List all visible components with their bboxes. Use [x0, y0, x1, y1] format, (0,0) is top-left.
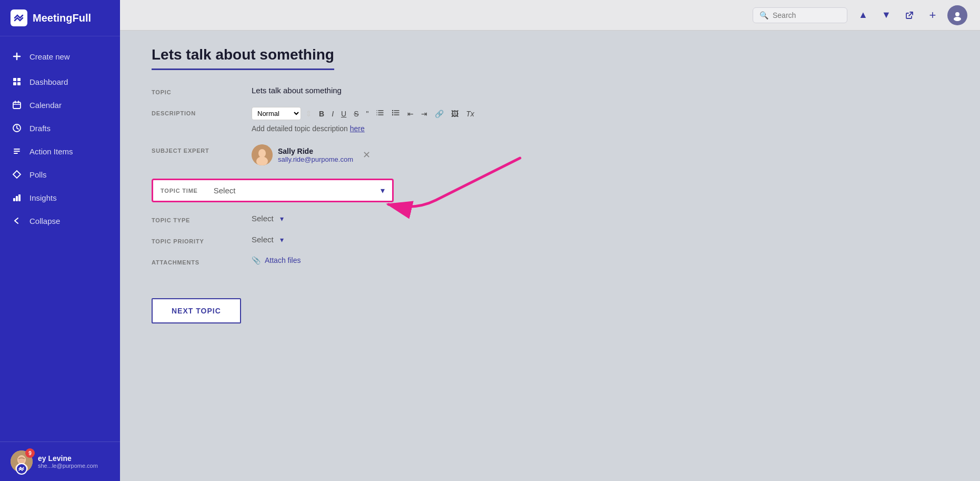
external-link-button[interactable] — [901, 7, 918, 24]
sidebar: MeetingFull Create new Dashboard — [0, 0, 120, 481]
list-icon — [12, 146, 22, 156]
sidebar-item-label: Insights — [29, 193, 57, 202]
topbar: 🔍 ▲ ▼ + — [120, 0, 980, 31]
svg-point-16 — [392, 112, 393, 113]
description-value: Normal Heading 1 Heading 2 ⇕ B I U S " — [252, 107, 948, 133]
font-style-select[interactable]: Normal Heading 1 Heading 2 — [252, 107, 301, 120]
clear-format-button[interactable]: Tx — [463, 108, 477, 120]
sidebar-item-insights[interactable]: Insights — [0, 186, 120, 209]
topbar-avatar[interactable] — [947, 5, 967, 25]
topic-time-row-outer: TOPIC TIME Select ▾ — [152, 179, 948, 202]
strikethrough-button[interactable]: S — [351, 108, 361, 120]
expert-info: Sally Ride sally.ride@purpome.com — [278, 147, 353, 163]
app-icon-badge — [16, 463, 27, 475]
attach-btn-label: Attach files — [265, 256, 301, 264]
topic-priority-value: Select ▾ — [252, 235, 948, 244]
svg-point-14 — [954, 17, 961, 21]
clock-icon — [12, 123, 22, 133]
sidebar-item-label: Polls — [29, 170, 47, 179]
sidebar-item-drafts[interactable]: Drafts — [0, 116, 120, 140]
italic-button[interactable]: I — [329, 108, 336, 120]
topic-value: Lets talk about something — [252, 86, 948, 95]
svg-rect-8 — [18, 194, 21, 201]
topic-time-highlighted-row: TOPIC TIME Select ▾ — [152, 179, 394, 202]
topic-type-label: TOPIC TYPE — [152, 214, 236, 223]
svg-rect-2 — [13, 82, 16, 85]
attach-files-button[interactable]: 📎 Attach files — [252, 256, 301, 264]
arrow-left-icon — [12, 215, 22, 226]
paperclip-icon: 📎 — [252, 256, 261, 264]
topic-priority-label: TOPIC PRIORITY — [152, 235, 236, 244]
remove-expert-button[interactable]: ✕ — [363, 149, 371, 161]
form-section: TOPIC Lets talk about something DESCRIPT… — [152, 86, 948, 266]
svg-point-19 — [258, 149, 266, 158]
topbar-actions: ▲ ▼ + — [855, 5, 967, 25]
next-topic-button[interactable]: NEXT TOPIC — [152, 298, 241, 323]
description-link[interactable]: here — [350, 124, 365, 133]
topic-type-value: Select ▾ — [252, 214, 948, 223]
indent-button[interactable]: ⇤ — [405, 108, 416, 120]
sidebar-item-calendar[interactable]: Calendar — [0, 93, 120, 116]
search-box[interactable]: 🔍 — [753, 7, 847, 23]
content-area: Lets talk about something TOPIC Lets tal… — [120, 31, 980, 481]
attachments-value: 📎 Attach files — [252, 256, 948, 264]
app-name: MeetingFull — [33, 12, 91, 24]
topic-priority-placeholder: Select — [252, 235, 274, 244]
sidebar-item-create-new[interactable]: Create new — [0, 43, 120, 70]
topic-priority-chevron: ▾ — [280, 235, 284, 244]
search-input[interactable] — [773, 11, 836, 19]
user-email: she...le@purpome.com — [38, 463, 98, 469]
user-name: ey Levine — [38, 454, 98, 463]
description-text: Add detailed topic description here — [252, 124, 948, 133]
svg-point-12 — [18, 456, 25, 464]
subject-expert-row: SUBJECT EXPERT Sally Ride sally. — [152, 144, 948, 167]
quote-button[interactable]: " — [363, 108, 371, 120]
svg-rect-3 — [17, 82, 21, 85]
sidebar-item-dashboard[interactable]: Dashboard — [0, 70, 120, 93]
topic-time-value: Select — [214, 186, 236, 195]
sidebar-item-collapse[interactable]: Collapse — [0, 209, 120, 232]
svg-point-15 — [392, 110, 393, 111]
bold-button[interactable]: B — [316, 108, 327, 120]
link-button[interactable]: 🔗 — [432, 108, 446, 120]
logo-icon — [11, 9, 27, 26]
topic-type-chevron: ▾ — [280, 214, 284, 223]
topic-priority-select[interactable]: Select ▾ — [252, 235, 346, 244]
topic-type-select[interactable]: Select ▾ — [252, 214, 346, 223]
topic-time-chevron: ▾ — [381, 185, 385, 195]
notification-badge: 9 — [25, 448, 35, 458]
expert-chip: Sally Ride sally.ride@purpome.com ✕ — [252, 144, 371, 165]
topic-time-select[interactable]: Select ▾ — [214, 185, 385, 195]
ordered-list-button[interactable] — [373, 107, 387, 120]
subject-expert-label: SUBJECT EXPERT — [152, 144, 236, 154]
tag-icon — [12, 169, 22, 180]
add-button[interactable]: + — [924, 7, 941, 24]
underline-button[interactable]: U — [338, 108, 349, 120]
editor-toolbar: Normal Heading 1 Heading 2 ⇕ B I U S " — [252, 107, 948, 120]
expert-name: Sally Ride — [278, 147, 353, 155]
image-button[interactable]: 🖼 — [448, 108, 461, 120]
svg-rect-6 — [13, 198, 15, 201]
sidebar-user[interactable]: 9 ey Levine she...le@purpome.com — [0, 441, 120, 481]
sidebar-item-polls[interactable]: Polls — [0, 163, 120, 186]
topic-label: TOPIC — [152, 86, 236, 95]
main-content: 🔍 ▲ ▼ + Lets talk about something — [120, 0, 980, 481]
sidebar-item-label: Drafts — [29, 124, 51, 133]
sidebar-item-label: Collapse — [29, 217, 60, 225]
description-placeholder: Add detailed topic description — [252, 124, 350, 133]
svg-rect-4 — [13, 102, 21, 109]
nav-up-button[interactable]: ▲ — [855, 7, 872, 24]
svg-rect-0 — [13, 78, 16, 81]
svg-rect-1 — [17, 78, 21, 81]
expert-avatar — [252, 144, 273, 165]
sidebar-item-label: Action Items — [29, 147, 73, 156]
app-logo[interactable]: MeetingFull — [0, 0, 120, 36]
sidebar-item-action-items[interactable]: Action Items — [0, 140, 120, 163]
expert-email: sally.ride@purpome.com — [278, 155, 353, 163]
outdent-button[interactable]: ⇥ — [418, 108, 430, 120]
unordered-list-button[interactable] — [389, 107, 403, 120]
search-icon: 🔍 — [759, 11, 768, 19]
nav-down-button[interactable]: ▼ — [878, 7, 895, 24]
svg-point-17 — [392, 114, 393, 115]
topic-type-row: TOPIC TYPE Select ▾ — [152, 214, 948, 223]
